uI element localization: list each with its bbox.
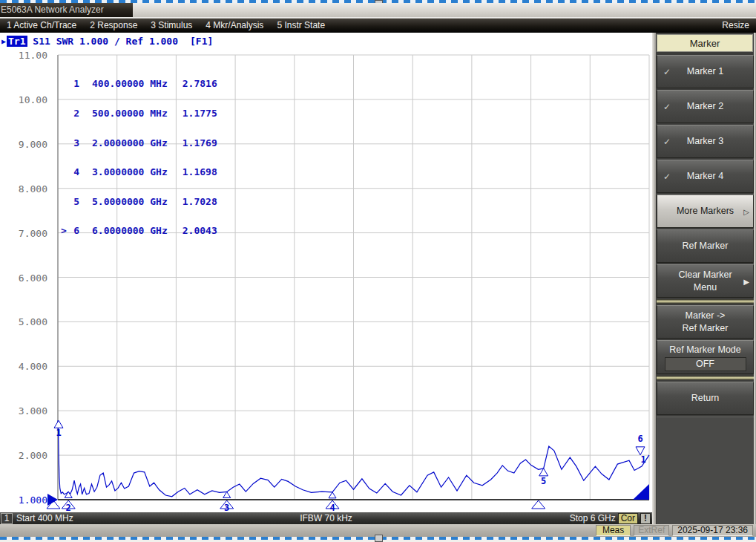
menu-bar: 1 Active Ch/Trace 2 Response 3 Stimulus … — [0, 19, 756, 33]
softkey-label: Ref Marker — [683, 322, 729, 335]
softkey-menu-panel: Marker ✓ Marker 1 ✓ Marker 2 ✓ Marker 3 … — [652, 33, 756, 524]
softkey-ref-marker-mode[interactable]: Ref Marker Mode OFF — [657, 340, 754, 374]
marker-readout-row: 32.0000000 GHz1.1769 — [61, 138, 217, 148]
check-icon: ✓ — [663, 170, 671, 183]
ref-marker-mode-value: OFF — [665, 357, 746, 371]
svg-text:4: 4 — [329, 503, 335, 512]
softkey-label: Ref Marker Mode — [669, 344, 741, 356]
svg-text:2: 2 — [66, 503, 71, 512]
submenu-arrow-icon: ▶ — [743, 275, 749, 287]
svg-text:1: 1 — [56, 428, 61, 438]
menu-item-instr-state[interactable]: 5 Instr State — [270, 19, 332, 33]
sweep-stop-label: Stop 6 GHz — [570, 513, 616, 523]
correction-badge: Cor — [618, 513, 638, 524]
softkey-label: More Markers — [677, 205, 734, 218]
window-titlebar[interactable]: E5063A Network Analyzer — [0, 3, 133, 17]
marker-readout-row: 1400.00000 MHz2.7816 — [61, 79, 217, 88]
extref-status-badge: ExtRef — [634, 525, 669, 536]
softkey-label: Ref Marker — [683, 240, 729, 252]
softkey-separator — [657, 299, 754, 304]
marker-readout-row: >66.0000000 GHz2.0043 — [61, 226, 217, 235]
marker-readout-row: 55.0000000 GHz1.7028 — [61, 197, 217, 206]
softkey-marker-1[interactable]: ✓ Marker 1 — [657, 55, 754, 88]
svg-text:5: 5 — [541, 476, 546, 486]
instrument-display: ▶Tr1 S11 SWR 1.000 / Ref 1.000[F1] 11.00… — [0, 33, 652, 524]
marker-readout-row: 2500.00000 MHz1.1775 — [61, 108, 217, 118]
softkey-clear-marker-menu[interactable]: Clear Marker Menu ▶ — [657, 264, 754, 298]
sidebar-empty-area — [657, 417, 754, 525]
alert-badge: ! — [640, 513, 651, 524]
ifbw-label: IFBW 70 kHz — [0, 513, 652, 523]
resize-handle-bottom[interactable] — [375, 535, 383, 542]
softkey-label: Marker -> — [686, 310, 726, 322]
menu-item-response[interactable]: 2 Response — [83, 19, 144, 33]
check-icon: ✓ — [663, 100, 671, 113]
softkey-label: Menu — [694, 281, 717, 294]
marker-readout-table: 1400.00000 MHz2.7816 2500.00000 MHz1.177… — [61, 59, 217, 255]
meas-status-badge: Meas — [596, 525, 631, 536]
marker-readout-row: 43.0000000 GHz1.1698 — [61, 167, 217, 177]
softkey-return[interactable]: Return — [657, 382, 754, 415]
softkey-marker-to-ref[interactable]: Marker -> Ref Marker — [657, 305, 754, 339]
softkey-label: Marker 2 — [687, 100, 723, 113]
submenu-arrow-icon: ▷ — [743, 205, 749, 218]
svg-text:1: 1 — [640, 454, 645, 465]
svg-text:3: 3 — [224, 503, 229, 512]
softkey-ref-marker[interactable]: Ref Marker — [657, 229, 754, 263]
menu-item-resize[interactable]: Resize — [715, 19, 756, 33]
titlebar-background — [111, 3, 756, 17]
svg-text:6: 6 — [637, 434, 642, 444]
softkey-label: Marker 3 — [687, 135, 723, 148]
sidebar-left-edge — [652, 33, 656, 524]
softkey-marker-3[interactable]: ✓ Marker 3 — [657, 125, 754, 158]
check-icon: ✓ — [663, 135, 671, 148]
softkey-more-markers[interactable]: More Markers ▷ — [657, 195, 754, 228]
softkey-menu-title: Marker — [657, 34, 753, 52]
check-icon: ✓ — [663, 65, 671, 78]
channel-status-bar: 1 Start 400 MHz IFBW 70 kHz Stop 6 GHz C… — [0, 512, 652, 524]
application-window: E5063A Network Analyzer 1 Active Ch/Trac… — [0, 0, 756, 542]
datetime-display: 2025-09-17 23:36 — [672, 525, 753, 536]
softkey-separator — [657, 376, 754, 380]
menu-item-stimulus[interactable]: 3 Stimulus — [144, 19, 199, 33]
menu-item-mkr-analysis[interactable]: 4 Mkr/Analysis — [199, 19, 270, 33]
window-title: E5063A Network Analyzer — [1, 4, 104, 15]
softkey-label: Clear Marker — [678, 269, 732, 281]
softkey-label: Marker 4 — [687, 170, 723, 183]
softkey-label: Return — [691, 392, 720, 405]
menu-item-active-ch-trace[interactable]: 1 Active Ch/Trace — [0, 19, 83, 33]
softkey-marker-2[interactable]: ✓ Marker 2 — [657, 90, 754, 123]
softkey-marker-4[interactable]: ✓ Marker 4 — [657, 160, 754, 193]
softkey-label: Marker 1 — [687, 65, 723, 78]
